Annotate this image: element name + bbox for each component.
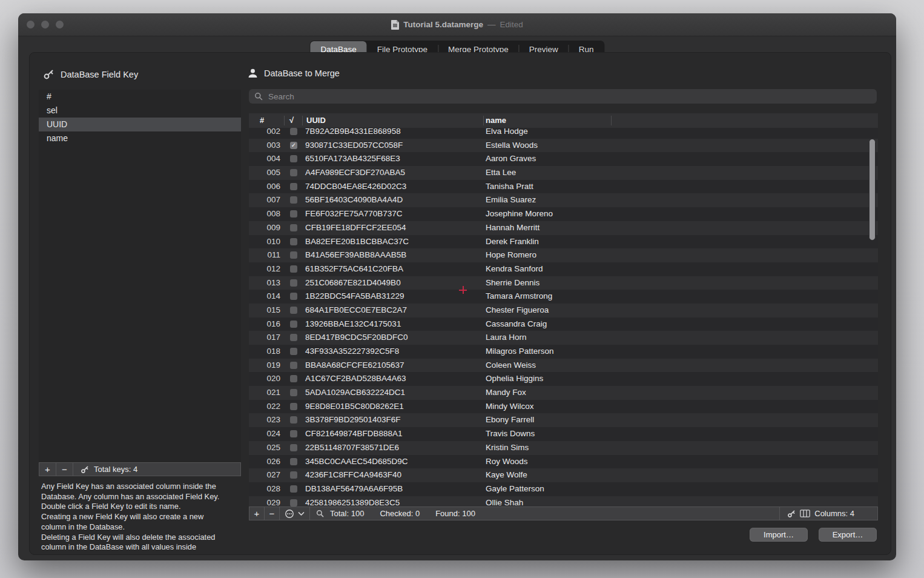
more-options-icon[interactable] [285, 509, 294, 519]
person-icon [246, 67, 258, 79]
row-checkbox[interactable] [290, 499, 297, 507]
field-key-item[interactable]: sel [39, 104, 241, 118]
columns-group[interactable]: Columns: 4 [779, 507, 877, 520]
row-checkbox[interactable] [290, 265, 297, 273]
table-row[interactable]: 01261B352F75AC641C20FBAKendra Sanford [249, 262, 878, 276]
row-checkbox[interactable] [290, 458, 297, 465]
remove-row-button[interactable]: − [265, 507, 280, 520]
table-row[interactable]: 01843F933A352227392C5F8Milagros Patterso… [249, 345, 878, 359]
table-row[interactable]: 0027B92A2B9B4331E868958Elva Hodge [249, 128, 878, 139]
column-divider[interactable] [284, 116, 285, 125]
import-button[interactable]: Import… [750, 528, 808, 542]
row-checkbox[interactable] [290, 403, 297, 410]
row-checkbox[interactable] [290, 375, 297, 382]
table-row[interactable]: 0141B22BDC54FA5BAB31229Tamara Armstrong [249, 290, 878, 304]
table-row[interactable]: 013251C06867E821D4049B0Sherrie Dennis [249, 276, 878, 290]
row-number: 020 [255, 372, 280, 386]
table-row[interactable]: 009CFB19FE18DFFCF2EE054Hannah Merritt [249, 221, 878, 235]
add-field-key-button[interactable]: + [39, 463, 56, 476]
column-header-uuid[interactable]: UUID [306, 113, 326, 128]
search-input[interactable] [267, 91, 871, 102]
column-divider[interactable] [611, 116, 612, 125]
field-key-item[interactable]: # [39, 90, 241, 104]
table-row[interactable]: 0215ADA1029ACB632224DC1Mandy Fox [249, 386, 878, 400]
zoom-window-button[interactable] [56, 21, 64, 28]
row-checkbox[interactable] [290, 196, 297, 204]
row-checkbox[interactable] [290, 224, 297, 231]
row-checkbox[interactable] [290, 279, 297, 287]
title-bar[interactable]: Tutorial 5.datamerge — Edited [18, 13, 896, 36]
table-row[interactable]: 011B41A56EF39ABB8AAAB5BHope Romero [249, 248, 878, 262]
table-row[interactable]: 0274236F1C8FFC4A9463F40Kaye Wolfe [249, 468, 878, 482]
table-row[interactable]: 010BA82EFE20B1BCBBAC37CDerek Franklin [249, 235, 878, 249]
column-header-num[interactable]: # [260, 113, 264, 128]
table-row[interactable]: 015684A1FB0ECC0E7EBC2A7Chester Figueroa [249, 304, 878, 317]
row-checkbox[interactable] [290, 155, 297, 162]
row-checkbox[interactable] [290, 183, 297, 190]
row-checkbox[interactable] [290, 238, 297, 245]
merge-table-body[interactable]: 0027B92A2B9B4331E868958Elva Hodge003✓930… [249, 128, 878, 507]
row-checkbox[interactable]: ✓ [290, 142, 297, 149]
row-checkbox[interactable] [290, 389, 297, 396]
table-row[interactable]: 005A4FA989ECF3DF270ABA5Etta Lee [249, 166, 878, 180]
minimize-window-button[interactable] [41, 21, 49, 28]
table-row[interactable]: 019BBA8A68CFCFE62105637Coleen Weiss [249, 359, 878, 373]
row-checkbox[interactable] [290, 293, 297, 300]
vertical-scrollbar-thumb[interactable] [869, 139, 876, 241]
description-line: Database. Any column has an associated F… [41, 492, 250, 502]
table-row[interactable]: 028DB138AF56479A6A6F95BGayle Patterson [249, 482, 878, 496]
table-row[interactable]: 01613926BBAE132C4175031Cassandra Craig [249, 317, 878, 331]
export-button[interactable]: Export… [819, 528, 877, 542]
merge-table-toolbar: + − [249, 507, 878, 520]
row-checkbox[interactable] [290, 128, 297, 135]
table-row[interactable]: 0233B378F9BD29501403F6FEbony Farrell [249, 413, 878, 427]
table-row[interactable]: 0046510FA173AB4325F68E3Aaron Graves [249, 152, 878, 166]
row-checkbox[interactable] [290, 416, 297, 424]
row-checkbox[interactable] [290, 169, 297, 176]
row-number: 007 [255, 193, 280, 207]
row-checkbox[interactable] [290, 471, 297, 479]
row-checkbox[interactable] [290, 307, 297, 314]
merge-table-body-inner: 0027B92A2B9B4331E868958Elva Hodge003✓930… [249, 128, 878, 507]
add-row-button[interactable]: + [249, 507, 265, 520]
table-row[interactable]: 02942581986251389D8E3C5Ollie Shah [249, 496, 878, 507]
row-checkbox[interactable] [290, 321, 297, 328]
table-row[interactable]: 02522B51148707F38571DE6Kristin Sims [249, 441, 878, 455]
merge-table-header[interactable]: # √ UUID name [249, 113, 878, 128]
remove-field-key-button[interactable]: − [56, 463, 73, 476]
row-checkbox[interactable] [290, 430, 297, 437]
row-checkbox[interactable] [290, 485, 297, 493]
table-row[interactable]: 026345BC0CAAEC54D685D9CRoy Woods [249, 455, 878, 469]
row-checkbox[interactable] [290, 444, 297, 451]
table-row[interactable]: 00756BF16403C4090BA4A4DEmilia Suarez [249, 193, 878, 207]
field-key-item[interactable]: UUID [39, 118, 241, 131]
row-checkbox[interactable] [290, 362, 297, 369]
field-key-toolbar: + − Total keys: 4 [39, 462, 241, 476]
row-checkbox[interactable] [290, 334, 297, 341]
table-row[interactable]: 003✓930871C33ED057CC058FEstella Woods [249, 139, 878, 153]
row-uuid: A4FA989ECF3DF270ABA5 [305, 166, 405, 180]
row-checkbox[interactable] [290, 251, 297, 259]
column-divider[interactable] [302, 116, 303, 125]
column-divider[interactable] [483, 116, 484, 125]
close-window-button[interactable] [27, 21, 35, 28]
column-header-check[interactable]: √ [289, 113, 294, 128]
search-field[interactable] [249, 89, 877, 104]
field-key-item[interactable]: name [39, 131, 241, 145]
column-header-name[interactable]: name [486, 113, 506, 128]
table-row[interactable]: 00674DDCB04EA8E426D02C3Tanisha Pratt [249, 180, 878, 194]
table-row[interactable]: 0229E8D8E01B5C80D8262E1Mindy Wilcox [249, 400, 878, 414]
traffic-lights [27, 21, 64, 28]
row-uuid: BA82EFE20B1BCBBAC37C [305, 235, 409, 249]
table-row[interactable]: 0178ED417B9CDC5F20BDFC0Laura Horn [249, 331, 878, 345]
row-checkbox[interactable] [290, 210, 297, 218]
chevron-down-icon[interactable] [298, 511, 305, 516]
row-checkbox[interactable] [290, 348, 297, 355]
table-row[interactable]: 020A1C67CF2BAD528BA4A63Ophelia Higgins [249, 372, 878, 386]
row-uuid: BBA8A68CFCFE62105637 [305, 359, 404, 373]
edited-status: Edited [500, 20, 523, 29]
row-uuid: CFB19FE18DFFCF2EE054 [305, 221, 406, 235]
row-uuid: 7B92A2B9B4331E868958 [305, 128, 401, 139]
table-row[interactable]: 008FE6F032FE75A770B737CJosephine Moreno [249, 207, 878, 221]
table-row[interactable]: 024CF821649874BFDB888A1Travis Downs [249, 427, 878, 441]
